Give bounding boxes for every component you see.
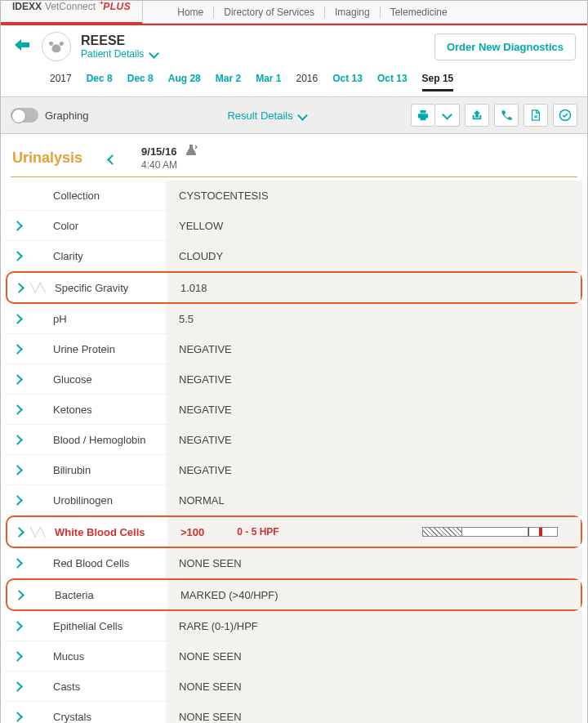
graphing-label: Graphing bbox=[45, 109, 88, 122]
expand-icon[interactable] bbox=[6, 711, 29, 723]
result-value: NORMAL bbox=[179, 494, 225, 507]
result-value-cell: NONE SEEN bbox=[166, 702, 582, 723]
print-options-dropdown[interactable] bbox=[435, 104, 460, 127]
brand-vetconnect: VetConnect bbox=[45, 1, 96, 12]
expand-icon[interactable] bbox=[6, 250, 29, 262]
result-value-cell: NORMAL bbox=[166, 485, 582, 515]
analyte-name: Mucus bbox=[51, 650, 166, 663]
result-row: Epithelial CellsRARE (0-1)/HPF bbox=[6, 611, 582, 641]
analyte-name: Urobilinogen bbox=[51, 494, 166, 507]
date-tab[interactable]: Aug 28 bbox=[168, 73, 201, 91]
analyte-name: Clarity bbox=[51, 250, 166, 262]
chevron-down-icon bbox=[443, 111, 451, 120]
result-row: pH5.5 bbox=[6, 304, 582, 334]
patient-avatar bbox=[42, 32, 71, 61]
nav-link[interactable]: Telemedicine bbox=[381, 7, 457, 18]
phone-icon[interactable] bbox=[494, 104, 519, 127]
result-value: CLOUDY bbox=[179, 250, 223, 262]
result-value: YELLOW bbox=[179, 220, 223, 232]
date-tab[interactable]: Oct 13 bbox=[377, 73, 408, 91]
expand-icon[interactable] bbox=[6, 557, 29, 569]
result-value-cell: NONE SEEN bbox=[166, 641, 582, 671]
date-tabs: 2017Dec 8Dec 8Aug 28Mar 2Mar 12016Oct 13… bbox=[12, 61, 576, 96]
result-value-cell: NEGATIVE bbox=[166, 455, 582, 484]
expand-icon[interactable] bbox=[6, 220, 29, 232]
analyte-name: Epithelial Cells bbox=[51, 620, 166, 632]
nav-link[interactable]: Home bbox=[167, 7, 214, 18]
expand-icon[interactable] bbox=[6, 650, 29, 663]
results-content: Urinalysis 9/15/16 4:40 AM CollectionCYS… bbox=[1, 134, 587, 723]
date-tab-active[interactable]: Sep 15 bbox=[422, 73, 454, 91]
top-nav-links: HomeDirectory of ServicesImagingTelemedi… bbox=[143, 7, 457, 18]
analyte-name: Casts bbox=[51, 681, 166, 693]
result-value: NONE SEEN bbox=[179, 650, 242, 663]
result-value: RARE (0-1)/HPF bbox=[179, 620, 258, 632]
nav-link[interactable]: Imaging bbox=[325, 7, 381, 18]
analyte-name: Glucose bbox=[51, 373, 166, 386]
result-value: >100 bbox=[180, 526, 204, 538]
result-value-cell: NEGATIVE bbox=[166, 425, 582, 454]
result-row: CastsNONE SEEN bbox=[6, 672, 582, 702]
expand-icon[interactable] bbox=[6, 464, 29, 476]
result-value: CYSTOCENTESIS bbox=[179, 190, 269, 202]
range-bar bbox=[422, 527, 558, 537]
analyte-name: pH bbox=[51, 313, 166, 325]
expand-icon[interactable] bbox=[6, 313, 29, 325]
order-diagnostics-button[interactable]: Order New Diagnostics bbox=[434, 33, 576, 60]
analyte-name: Blood / Hemoglobin bbox=[51, 434, 166, 446]
result-value-cell: RARE (0-1)/HPF bbox=[166, 611, 582, 640]
result-row: BacteriaMARKED (>40/HPF) bbox=[6, 578, 582, 611]
back-arrow-icon[interactable] bbox=[12, 36, 32, 57]
brand-logo[interactable]: IDEXX VetConnect PLUS bbox=[1, 1, 143, 23]
result-row: BilirubinNEGATIVE bbox=[6, 455, 582, 485]
date-tab[interactable]: Mar 2 bbox=[216, 73, 241, 91]
share-icon[interactable] bbox=[465, 104, 489, 127]
result-value-cell: MARKED (>40/HPF) bbox=[167, 580, 581, 609]
result-value: NONE SEEN bbox=[179, 681, 242, 693]
expand-icon[interactable] bbox=[6, 373, 29, 386]
expand-icon[interactable] bbox=[7, 282, 30, 294]
expand-icon[interactable] bbox=[7, 589, 30, 601]
panel-header: Urinalysis 9/15/16 4:40 AM bbox=[6, 144, 582, 176]
nav-link[interactable]: Directory of Services bbox=[214, 7, 325, 18]
toolbar-actions bbox=[411, 104, 577, 127]
analyte-name: White Blood Cells bbox=[53, 526, 167, 538]
date-tab[interactable]: Oct 13 bbox=[332, 73, 363, 91]
graphing-toggle[interactable] bbox=[11, 108, 38, 123]
trend-icon: ╲╱╲ bbox=[30, 527, 53, 538]
result-details-dropdown[interactable]: Result Details bbox=[227, 109, 306, 122]
panel-timestamp: 9/15/16 4:40 AM bbox=[141, 144, 198, 172]
result-row: CrystalsNONE SEEN bbox=[6, 702, 582, 723]
results-toolbar: Graphing Result Details bbox=[1, 96, 587, 134]
result-value-cell: CLOUDY bbox=[166, 241, 582, 270]
expand-icon[interactable] bbox=[6, 343, 29, 355]
result-value-cell: 5.5 bbox=[166, 304, 582, 333]
date-tab[interactable]: Dec 8 bbox=[127, 73, 154, 91]
analyte-name: Collection bbox=[51, 190, 166, 202]
analyte-name: Color bbox=[51, 220, 166, 232]
result-value-cell: >1000 - 5 HPF bbox=[167, 517, 581, 547]
analyte-name: Urine Protein bbox=[51, 343, 166, 355]
approve-icon[interactable] bbox=[553, 104, 577, 127]
expand-icon[interactable] bbox=[7, 526, 30, 538]
top-nav: IDEXX VetConnect PLUS HomeDirectory of S… bbox=[1, 1, 587, 24]
patient-details-dropdown[interactable]: Patient Details bbox=[81, 48, 158, 60]
expand-icon[interactable] bbox=[6, 620, 29, 632]
expand-icon[interactable] bbox=[6, 404, 29, 416]
expand-icon[interactable] bbox=[6, 434, 29, 446]
expand-icon[interactable] bbox=[6, 681, 29, 693]
year-label: 2017 bbox=[50, 73, 72, 91]
print-icon[interactable] bbox=[411, 104, 435, 127]
date-tab[interactable]: Dec 8 bbox=[87, 73, 113, 91]
result-row: Red Blood CellsNONE SEEN bbox=[6, 548, 582, 578]
result-value: NONE SEEN bbox=[179, 557, 242, 569]
analyte-name: Ketones bbox=[51, 404, 166, 416]
result-row: Urine ProteinNEGATIVE bbox=[6, 334, 582, 364]
result-rows: CollectionCYSTOCENTESISColorYELLOWClarit… bbox=[6, 181, 582, 723]
panel-prev-icon[interactable] bbox=[104, 147, 120, 168]
result-value: NEGATIVE bbox=[179, 343, 232, 355]
expand-icon[interactable] bbox=[6, 494, 29, 507]
result-row: CollectionCYSTOCENTESIS bbox=[6, 181, 582, 211]
download-icon[interactable] bbox=[523, 104, 548, 127]
date-tab[interactable]: Mar 1 bbox=[256, 73, 281, 91]
